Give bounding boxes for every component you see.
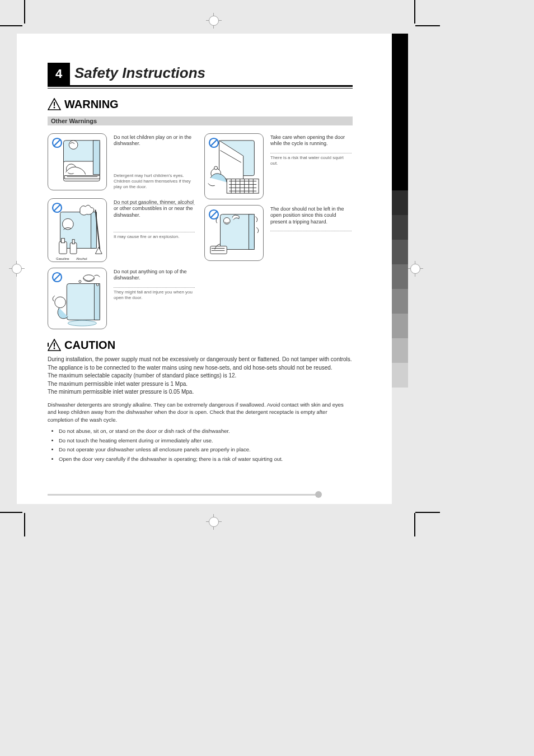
svg-point-1 xyxy=(54,107,55,109)
svg-point-26 xyxy=(55,297,66,308)
registration-mark-icon xyxy=(206,514,222,530)
svg-rect-57 xyxy=(54,343,55,347)
svg-line-54 xyxy=(210,211,217,218)
warning-label: WARNING xyxy=(64,98,119,111)
prohibit-icon xyxy=(208,137,219,148)
caution-icon xyxy=(48,339,61,351)
registration-mark-icon xyxy=(407,261,423,277)
svg-line-29 xyxy=(54,274,60,281)
illustration-caption: Do not let children play on or in the di… xyxy=(114,134,195,190)
svg-rect-50 xyxy=(210,246,227,254)
svg-point-13 xyxy=(63,218,74,230)
illustration-combustibles: Gasoline Alcohol xyxy=(48,198,107,262)
prohibit-icon xyxy=(51,202,63,213)
other-warnings-header: Other Warnings xyxy=(51,118,97,124)
svg-point-5 xyxy=(69,141,78,150)
svg-point-23 xyxy=(83,275,95,282)
svg-rect-17 xyxy=(70,243,77,254)
prohibit-icon xyxy=(208,209,219,220)
svg-line-20 xyxy=(54,204,60,211)
svg-line-10 xyxy=(54,139,60,146)
illustration-caption: The door should not be left in the open … xyxy=(270,206,352,231)
svg-point-24 xyxy=(79,281,81,283)
svg-line-46 xyxy=(210,139,217,146)
illustration-caption: Do not put gasoline, thinner, alcohol or… xyxy=(114,199,195,240)
svg-rect-22 xyxy=(94,284,100,320)
svg-rect-7 xyxy=(64,176,100,179)
illustration-children xyxy=(48,133,107,190)
warning-icon xyxy=(48,98,61,110)
svg-point-25 xyxy=(96,284,99,286)
illustration-door-open xyxy=(204,133,264,199)
alcohol-label: Alcohol xyxy=(76,257,87,260)
svg-rect-16 xyxy=(62,239,65,243)
svg-rect-0 xyxy=(54,102,55,106)
caution-label: CAUTION xyxy=(64,339,115,352)
svg-rect-18 xyxy=(72,240,74,244)
caution-text: During installation, the power supply mu… xyxy=(48,356,353,465)
section-title: Safety Instructions xyxy=(74,64,205,82)
prohibit-icon xyxy=(51,137,63,148)
page-number: 4 xyxy=(48,63,70,85)
registration-mark-icon xyxy=(9,261,25,277)
svg-point-56 xyxy=(54,348,55,349)
gasoline-label: Gasoline xyxy=(56,257,69,260)
svg-rect-15 xyxy=(59,242,67,254)
illustration-caption: Take care when opening the door while th… xyxy=(270,134,352,166)
illustration-on-top xyxy=(48,268,107,329)
svg-rect-4 xyxy=(93,141,100,175)
svg-point-27 xyxy=(68,320,96,326)
illustration-tripping xyxy=(204,205,264,261)
prohibit-icon xyxy=(51,272,63,283)
svg-point-44 xyxy=(214,166,218,170)
illustration-caption: Do not put anything on top of the dishwa… xyxy=(114,269,195,301)
svg-rect-55 xyxy=(48,343,49,347)
svg-rect-48 xyxy=(249,214,254,250)
svg-rect-12 xyxy=(91,212,97,249)
registration-mark-icon xyxy=(206,13,222,29)
